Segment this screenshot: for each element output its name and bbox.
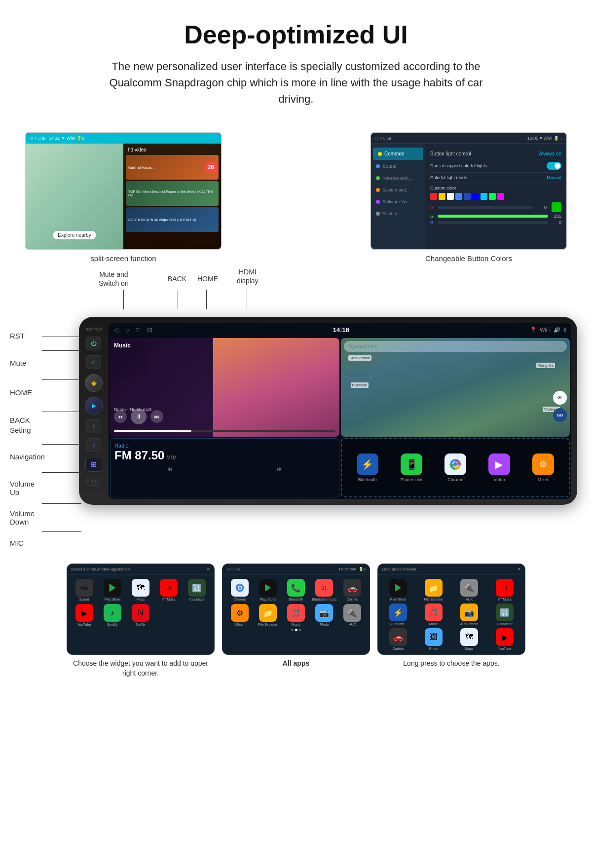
music-progress-fill [114, 430, 191, 432]
line-volup [42, 472, 81, 473]
ann-mic: MIC [10, 539, 24, 547]
map-terrain [341, 338, 570, 437]
bluetooth-icon: ⚡ [357, 453, 378, 475]
all-btmusic-icon: ♫ [315, 579, 333, 597]
radio-prev-button[interactable]: ⏮ [166, 465, 173, 473]
app-shortcuts: ⚡ Bluetooth 📱 Phone Link Chrome [341, 438, 570, 497]
lp-bt: ⚡ Bluetooth... [382, 604, 414, 626]
bs-ytmusic: ♫ YT Music [156, 579, 182, 601]
bottom-section: Select a small window application ✕ 🏎 Sp… [0, 554, 592, 688]
widget-selector-screenshot: Select a small window application ✕ 🏎 Sp… [67, 564, 215, 655]
screen-status: 📍 WiFi 🔊 8 [530, 327, 566, 333]
settings-system[interactable]: System and... [371, 184, 425, 196]
bs-calculator: 🔢 Calculator [184, 579, 210, 601]
caption-allapps: All apps [222, 659, 370, 678]
device-button-column: RST POW ⏻ ⌂ ◆ ▶ ↕ ↕ ⊞ MIC [79, 323, 109, 499]
wifi-icon: WiFi [540, 327, 551, 333]
split-nav-icon[interactable]: ⊟ [147, 326, 152, 334]
mixer-icon: ⚙ [532, 453, 554, 475]
power-button[interactable]: ⏻ [86, 337, 101, 350]
top-callouts: Mute andSwitch on BACK HOME HDMIdisplay [74, 263, 518, 317]
all-music: 🎵 Music [283, 604, 309, 626]
radio-label: Radio [114, 443, 335, 449]
map-eye-button[interactable]: 👁 [553, 391, 567, 405]
bottom-captions: Choose the widget you want to add to upp… [20, 655, 572, 678]
lp-calc-icon: 🔢 [496, 604, 514, 621]
app-chrome[interactable]: Chrome [444, 453, 466, 482]
home-nav-icon[interactable]: ○ [125, 326, 129, 334]
main-device-section: RST Mute HOME BACKSeting Navigation Volu… [0, 317, 592, 554]
header-section: Deep-optimized UI The new personalized u… [0, 0, 592, 117]
device-screen: ◁ ○ □ ⊟ 14:16 📍 WiFi 🔊 8 [109, 323, 571, 499]
ann-mute: Mute [10, 359, 26, 367]
vol-up-button[interactable]: ↕ [86, 419, 101, 433]
lp-arcamera: 📷 AR Camera [453, 604, 485, 626]
app-bluetooth[interactable]: ⚡ Bluetooth [357, 453, 378, 482]
all-photo: 📷 Photo [311, 604, 337, 626]
ann-home: HOME [10, 388, 32, 397]
app-mixer[interactable]: ⚙ Mixer [532, 453, 554, 482]
lp-calc: 🔢 Calculator [488, 604, 521, 626]
all-bluetooth-icon: 📞 [287, 579, 305, 597]
playstore-icon-1 [104, 579, 121, 597]
map-go-button[interactable]: GO [553, 408, 567, 422]
recent-nav-icon[interactable]: □ [136, 326, 140, 334]
main-device: RST POW ⏻ ⌂ ◆ ▶ ↕ ↕ ⊞ MIC ◁ ○ [79, 317, 577, 505]
spotify-icon: ♪ [104, 604, 121, 622]
nav-button[interactable]: ▶ [85, 397, 103, 415]
line-mute [42, 350, 81, 351]
callout-back: BACK [168, 275, 186, 283]
settings-topbar: ◁ ○ □ ⊞ 16:05 ♥ WiFi 🔋 ↓ [371, 133, 566, 144]
music-progress-bar [114, 430, 335, 432]
settings-common[interactable]: Common [373, 148, 423, 160]
play-pause-button[interactable]: ⏸ [131, 409, 147, 424]
screen-topbar: ◁ ○ □ ⊟ 14:16 📍 WiFi 🔊 8 [109, 323, 571, 337]
all-fileexp-icon: 📁 [259, 604, 277, 622]
phone-link-icon: 📱 [401, 453, 422, 475]
settings-software[interactable]: Software Ver... [371, 196, 425, 208]
music-widget: Music Dotan - Numb.mp3 ⏮ ⏸ ⏭ [110, 338, 339, 437]
settings-sound[interactable]: Sound [371, 160, 425, 172]
screen-content-grid: Music Dotan - Numb.mp3 ⏮ ⏸ ⏭ [109, 337, 571, 499]
radio-frequency: FM 87.50 [114, 449, 164, 462]
settings-factory[interactable]: Factory [371, 208, 425, 220]
grid-button[interactable]: ⊞ [85, 457, 102, 472]
lp-aux: 🔌 AUX [453, 579, 485, 601]
settings-reverse[interactable]: Reverse and... [371, 172, 425, 184]
home-button[interactable]: ⌂ [86, 355, 101, 369]
svg-point-2 [453, 462, 458, 467]
all-carinfo: 🚗 CarInfo [339, 579, 366, 601]
button-colors-label: Changeable Button Colors [425, 254, 512, 263]
svg-marker-3 [109, 584, 115, 592]
radio-next-button[interactable]: ⏭ [276, 465, 283, 473]
speed-icon: 🏎 [75, 579, 93, 597]
top-screenshots-row: ◁ ○ □ ⊞ 14:32 ▼ WiFi 🔋8 Explore nearby h… [0, 117, 592, 263]
all-btmusic: ♫ Bluetooth music [311, 579, 337, 601]
line-back [42, 412, 81, 412]
line-voldown [42, 503, 81, 504]
next-button[interactable]: ⏭ [150, 410, 163, 423]
line-home [42, 379, 81, 380]
radio-unit: MHz [166, 455, 177, 460]
back-nav-icon[interactable]: ◁ [113, 326, 118, 334]
prev-button[interactable]: ⏮ [114, 410, 127, 423]
all-aux: 🔌 AUX [339, 604, 366, 626]
app-phone-link[interactable]: 📱 Phone Link [401, 453, 423, 482]
volume-icon: 🔊 [554, 327, 560, 333]
bs-maps: 🗺 Maps [127, 579, 153, 601]
mic-button[interactable]: MIC [86, 477, 101, 486]
split-screen-label: split-screen function [90, 254, 156, 263]
lp-carinfo: 🚗 CarInfo [382, 628, 414, 650]
screen-time: 14:16 [333, 326, 349, 334]
settings-diamond-button[interactable]: ◆ [85, 374, 103, 392]
page-dot-2 [295, 629, 297, 631]
all-bluetooth: 📞 Bluetooth [283, 579, 309, 601]
lp-carinfo-icon: 🚗 [389, 628, 407, 646]
music-controls: ⏮ ⏸ ⏭ [114, 409, 163, 424]
vol-down-button[interactable]: ↕ [86, 438, 101, 452]
page-title: Deep-optimized UI [30, 20, 562, 49]
caption-widget: Choose the widget you want to add to upp… [67, 659, 215, 678]
all-photo-icon: 📷 [315, 604, 333, 622]
lp-youtube-icon: ▶ [496, 628, 514, 646]
app-video[interactable]: ▶ Video [488, 453, 510, 482]
